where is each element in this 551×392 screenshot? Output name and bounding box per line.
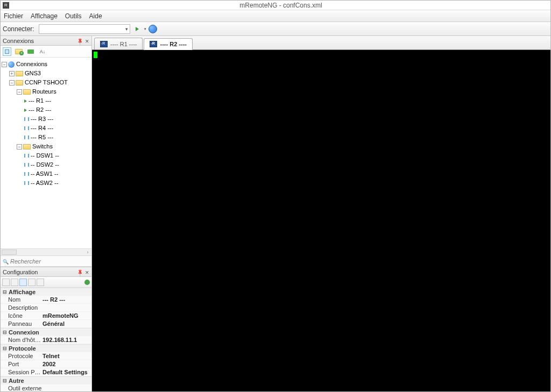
tab-icon: [100, 41, 108, 47]
search-input[interactable]: [10, 258, 75, 265]
tree-item-dsw1[interactable]: -- DSW1 --: [24, 151, 91, 160]
cfg-props-icon[interactable]: [28, 279, 36, 286]
pause-icon: [24, 133, 31, 142]
cfg-row-host[interactable]: Nom d'hôte / I192.168.11.1: [1, 336, 91, 344]
tree-item-r4[interactable]: --- R4 ---: [24, 124, 91, 133]
tab-r1[interactable]: ---- R1 ----: [94, 38, 143, 49]
scrollbar-arrow[interactable]: ›: [84, 250, 91, 255]
sort-icon[interactable]: [38, 47, 47, 56]
pause-icon: [24, 160, 31, 169]
tree-folder-routeurs[interactable]: − Routeurs --- R1 --- --- R2 --- --- R3 …: [17, 87, 91, 142]
cfg-cat-protocole[interactable]: Protocole: [1, 344, 91, 352]
tree-item-label: --- R1 ---: [29, 96, 51, 105]
config-panel: Configuration Affichage Nom--- R2 --- De…: [1, 267, 91, 392]
expander-icon[interactable]: +: [9, 71, 15, 76]
cfg-categorized-icon[interactable]: [2, 279, 10, 286]
scrollbar-thumb[interactable]: [2, 250, 17, 255]
cfg-cat-affichage[interactable]: Affichage: [1, 288, 91, 296]
cfg-row-port[interactable]: Port2002: [1, 360, 91, 368]
expander-icon[interactable]: −: [17, 89, 22, 95]
new-connection-icon[interactable]: [3, 47, 11, 56]
tree-item-label: --- R2 ---: [29, 105, 51, 115]
expander-icon[interactable]: −: [9, 80, 15, 85]
folder-icon: [16, 80, 23, 85]
tree-item-label: --- R5 ---: [31, 133, 53, 142]
cfg-row-nom[interactable]: Nom--- R2 ---: [1, 296, 91, 304]
tree-item-label: --- R3 ---: [31, 115, 53, 124]
pause-icon: [24, 169, 31, 179]
tree-item-asw2[interactable]: -- ASW2 --: [24, 179, 91, 188]
tree-folder-switchs[interactable]: − Switchs -- DSW1 -- -- DSW2 -- -- ASW1 …: [17, 142, 91, 188]
connect-label: Connecter:: [3, 25, 34, 33]
tree-folder-gns3[interactable]: + GNS3: [9, 69, 91, 78]
tab-icon: [150, 41, 157, 47]
folder-icon: [16, 71, 23, 76]
connect-play-dropdown[interactable]: ▾: [144, 27, 146, 31]
terminal-view[interactable]: [92, 50, 550, 392]
new-folder-icon[interactable]: [15, 49, 23, 54]
play-icon: [24, 105, 29, 115]
folder-icon: [23, 144, 31, 149]
cfg-row-putty[interactable]: Session PuTTDefault Settings: [1, 368, 91, 376]
config-toolbar: [1, 277, 91, 288]
config-grid[interactable]: Affichage Nom--- R2 --- Description Icôn…: [1, 288, 91, 392]
config-panel-header: Configuration: [1, 267, 91, 277]
menu-help[interactable]: Aide: [89, 12, 102, 20]
close-icon[interactable]: [85, 38, 89, 44]
main-area: ---- R1 ---- ---- R2 ----: [92, 36, 550, 392]
connections-panel-title: Connexions: [3, 38, 77, 44]
pause-icon: [24, 151, 31, 160]
titlebar: R mRemoteNG - confCons.xml: [1, 1, 550, 10]
pin-icon[interactable]: [77, 269, 83, 275]
connections-toolbar: [1, 46, 91, 58]
tree-item-dsw2[interactable]: -- DSW2 --: [24, 160, 91, 169]
tree-folder-ccnp[interactable]: − CCNP TSHOOT − Routeurs --- R1 ---: [9, 78, 91, 188]
cfg-cat-connexion[interactable]: Connexion: [1, 328, 91, 336]
left-column: Connexions − Connexions +: [1, 36, 92, 392]
pause-icon: [24, 179, 31, 188]
expander-icon[interactable]: −: [2, 62, 7, 67]
connect-dropdown[interactable]: [39, 24, 130, 34]
menu-file[interactable]: Fichier: [4, 12, 23, 20]
tree-scrollbar[interactable]: ›: [1, 248, 91, 256]
close-icon[interactable]: [85, 269, 89, 275]
cfg-row-protocole[interactable]: ProtocoleTelnet: [1, 352, 91, 360]
search-row: [1, 256, 91, 267]
tree-item-r3[interactable]: --- R3 ---: [24, 115, 91, 124]
tree-root-label: Connexions: [16, 60, 47, 69]
cfg-row-description[interactable]: Description: [1, 304, 91, 312]
connections-tree[interactable]: − Connexions + GNS3 − CCNP TSHOOT: [1, 58, 91, 248]
cfg-cat-autre[interactable]: Autre: [1, 376, 91, 384]
cfg-inherit-icon[interactable]: [37, 279, 44, 286]
tree-item-r1[interactable]: --- R1 ---: [24, 96, 91, 105]
cfg-sort-icon[interactable]: [11, 279, 18, 286]
pause-icon: [24, 115, 31, 124]
connect-play-icon[interactable]: [132, 24, 142, 34]
tree-item-asw1[interactable]: -- ASW1 --: [24, 169, 91, 179]
tab-label: ---- R1 ----: [110, 41, 137, 47]
cfg-row-outil[interactable]: Outil externe: [1, 384, 91, 392]
pin-icon[interactable]: [77, 38, 83, 44]
tree-item-label: --- R4 ---: [31, 124, 53, 133]
connect-icon[interactable]: [27, 49, 34, 54]
cfg-row-icone[interactable]: IcônemRemoteNG: [1, 312, 91, 320]
tree-item-r2[interactable]: --- R2 ---: [24, 105, 91, 115]
menu-tools[interactable]: Outils: [65, 12, 82, 20]
menubar: Fichier Affichage Outils Aide: [1, 10, 550, 22]
globe-icon[interactable]: [149, 25, 157, 33]
expander-icon[interactable]: −: [17, 144, 22, 149]
tabs-bar: ---- R1 ---- ---- R2 ----: [92, 36, 550, 50]
terminal-cursor: [94, 52, 97, 58]
tree-item-label: -- ASW1 --: [31, 169, 58, 179]
folder-label: CCNP TSHOOT: [25, 78, 68, 87]
tab-r2[interactable]: ---- R2 ----: [144, 38, 192, 50]
pause-icon: [24, 124, 31, 133]
folder-label: Routeurs: [32, 87, 56, 96]
cfg-grid-icon[interactable]: [19, 279, 27, 286]
tree-item-r5[interactable]: --- R5 ---: [24, 133, 91, 142]
menu-view[interactable]: Affichage: [31, 12, 58, 20]
folder-label: Switchs: [32, 142, 53, 151]
cfg-row-panneau[interactable]: PanneauGénéral: [1, 320, 91, 328]
window-title: mRemoteNG - confCons.xml: [11, 2, 550, 9]
tree-root[interactable]: − Connexions + GNS3 − CCNP TSHOOT: [2, 60, 91, 188]
